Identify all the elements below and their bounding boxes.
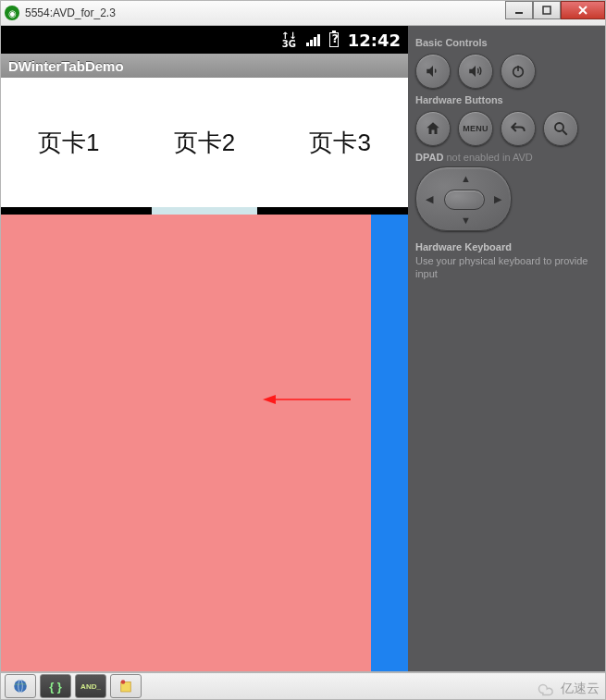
taskbar-app-3[interactable]: AND_	[75, 674, 106, 698]
tab-3[interactable]: 页卡3	[272, 78, 408, 207]
power-button[interactable]	[501, 54, 536, 89]
view-pager[interactable]	[1, 215, 408, 671]
window-title: 5554:AVD_for_2.3	[25, 6, 116, 19]
page-2-content	[1, 215, 371, 671]
volume-down-button[interactable]	[415, 54, 451, 89]
battery-icon	[329, 32, 339, 47]
dpad-status: DPAD not enabled in AVD	[415, 152, 598, 163]
dpad-left[interactable]: ◀	[426, 193, 433, 205]
page-3-peek	[371, 215, 408, 671]
volume-up-button[interactable]	[458, 54, 493, 89]
clock: 12:42	[348, 31, 401, 50]
dpad-up[interactable]: ▲	[461, 173, 471, 184]
basic-controls-label: Basic Controls	[415, 37, 598, 48]
tab-2[interactable]: 页卡2	[137, 78, 273, 207]
tab-1[interactable]: 页卡1	[1, 78, 137, 207]
hardware-buttons-label: Hardware Buttons	[415, 94, 598, 105]
phone-screen: ↑↓3G 12:42 DWinterTabDemo 页卡1 页卡2 页卡3	[1, 26, 408, 671]
app-title: DWinterTabDemo	[8, 58, 124, 74]
window-controls	[505, 1, 605, 19]
emulator-side-panel: Basic Controls Hardware Buttons MENU	[408, 26, 605, 671]
close-button[interactable]	[561, 1, 605, 19]
signal-icon	[306, 33, 320, 46]
back-button[interactable]	[501, 111, 536, 146]
dpad-right[interactable]: ▶	[494, 193, 501, 205]
tab-indicator	[1, 207, 408, 215]
taskbar-app-1[interactable]	[5, 674, 36, 698]
svg-point-10	[14, 680, 27, 693]
tab-strip: 页卡1 页卡2 页卡3	[1, 78, 408, 207]
svg-point-6	[555, 123, 563, 131]
window-titlebar: ◉ 5554:AVD_for_2.3	[0, 0, 606, 26]
network-icon: ↑↓3G	[281, 31, 297, 48]
home-button[interactable]	[415, 111, 451, 146]
menu-button[interactable]: MENU	[458, 111, 493, 146]
taskbar-app-4[interactable]	[110, 674, 142, 698]
android-status-bar[interactable]: ↑↓3G 12:42	[1, 26, 408, 54]
hardware-keyboard-note: Hardware Keyboard Use your physical keyb…	[415, 240, 598, 280]
emulator-icon: ◉	[5, 6, 19, 20]
dpad[interactable]: ▲ ▼ ◀ ▶	[415, 166, 512, 231]
taskbar-app-2[interactable]: { }	[40, 674, 71, 698]
maximize-button[interactable]	[533, 1, 561, 19]
watermark: 亿速云	[538, 681, 600, 697]
svg-line-7	[563, 130, 567, 135]
minimize-button[interactable]	[505, 1, 533, 19]
app-title-bar: DWinterTabDemo	[1, 54, 408, 78]
search-button[interactable]	[543, 111, 578, 146]
windows-taskbar: { } AND_ 亿速云	[0, 672, 606, 700]
dpad-center[interactable]	[444, 190, 485, 210]
svg-point-13	[121, 680, 126, 684]
dpad-down[interactable]: ▼	[461, 215, 471, 226]
svg-rect-1	[543, 6, 550, 14]
